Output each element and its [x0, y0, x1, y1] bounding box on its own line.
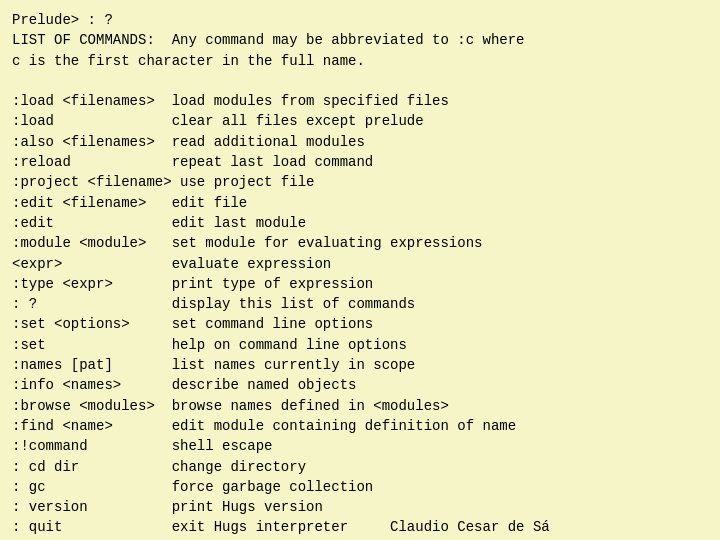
terminal-line-9: :edit <filename> edit file	[12, 193, 708, 213]
terminal-line-1: LIST OF COMMANDS: Any command may be abb…	[12, 30, 708, 50]
terminal-line-18: :info <names> describe named objects	[12, 375, 708, 395]
terminal-line-25: : quit exit Hugs interpreter Claudio Ces…	[12, 517, 708, 537]
terminal-line-7: :reload repeat last load command	[12, 152, 708, 172]
terminal-line-19: :browse <modules> browse names defined i…	[12, 396, 708, 416]
terminal-line-10: :edit edit last module	[12, 213, 708, 233]
terminal-line-3	[12, 71, 708, 91]
terminal-line-23: : gc force garbage collection	[12, 477, 708, 497]
terminal-line-14: : ? display this list of commands	[12, 294, 708, 314]
terminal-line-11: :module <module> set module for evaluati…	[12, 233, 708, 253]
terminal-line-2: c is the first character in the full nam…	[12, 51, 708, 71]
terminal-line-22: : cd dir change directory	[12, 457, 708, 477]
terminal-line-21: :!command shell escape	[12, 436, 708, 456]
terminal-line-17: :names [pat] list names currently in sco…	[12, 355, 708, 375]
terminal-line-20: :find <name> edit module containing defi…	[12, 416, 708, 436]
terminal-line-24: : version print Hugs version	[12, 497, 708, 517]
terminal-line-13: :type <expr> print type of expression	[12, 274, 708, 294]
terminal-window: Prelude> : ?LIST OF COMMANDS: Any comman…	[0, 0, 720, 540]
terminal-line-16: :set help on command line options	[12, 335, 708, 355]
terminal-line-4: :load <filenames> load modules from spec…	[12, 91, 708, 111]
terminal-line-8: :project <filename> use project file	[12, 172, 708, 192]
terminal-line-15: :set <options> set command line options	[12, 314, 708, 334]
terminal-line-6: :also <filenames> read additional module…	[12, 132, 708, 152]
terminal-line-5: :load clear all files except prelude	[12, 111, 708, 131]
terminal-line-12: <expr> evaluate expression	[12, 254, 708, 274]
terminal-line-0: Prelude> : ?	[12, 10, 708, 30]
